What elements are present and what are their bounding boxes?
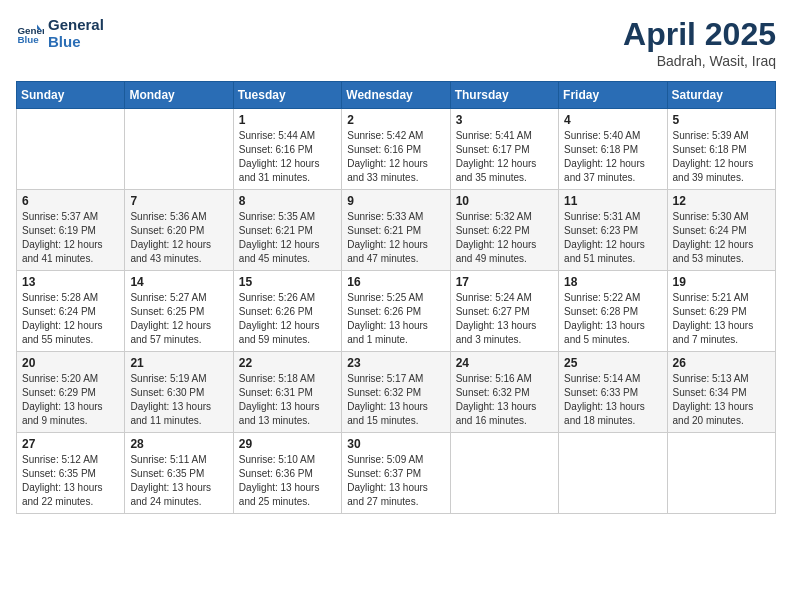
calendar-cell: 2Sunrise: 5:42 AM Sunset: 6:16 PM Daylig… (342, 109, 450, 190)
day-info: Sunrise: 5:40 AM Sunset: 6:18 PM Dayligh… (564, 129, 661, 185)
day-info: Sunrise: 5:39 AM Sunset: 6:18 PM Dayligh… (673, 129, 770, 185)
day-number: 15 (239, 275, 336, 289)
calendar-cell: 8Sunrise: 5:35 AM Sunset: 6:21 PM Daylig… (233, 190, 341, 271)
calendar-cell: 23Sunrise: 5:17 AM Sunset: 6:32 PM Dayli… (342, 352, 450, 433)
day-number: 29 (239, 437, 336, 451)
day-info: Sunrise: 5:26 AM Sunset: 6:26 PM Dayligh… (239, 291, 336, 347)
calendar-cell (125, 109, 233, 190)
day-number: 10 (456, 194, 553, 208)
calendar-cell: 9Sunrise: 5:33 AM Sunset: 6:21 PM Daylig… (342, 190, 450, 271)
day-number: 27 (22, 437, 119, 451)
day-info: Sunrise: 5:19 AM Sunset: 6:30 PM Dayligh… (130, 372, 227, 428)
calendar-cell: 10Sunrise: 5:32 AM Sunset: 6:22 PM Dayli… (450, 190, 558, 271)
day-header-thursday: Thursday (450, 82, 558, 109)
day-info: Sunrise: 5:16 AM Sunset: 6:32 PM Dayligh… (456, 372, 553, 428)
day-number: 2 (347, 113, 444, 127)
calendar-cell: 29Sunrise: 5:10 AM Sunset: 6:36 PM Dayli… (233, 433, 341, 514)
day-number: 22 (239, 356, 336, 370)
calendar-cell: 22Sunrise: 5:18 AM Sunset: 6:31 PM Dayli… (233, 352, 341, 433)
day-info: Sunrise: 5:13 AM Sunset: 6:34 PM Dayligh… (673, 372, 770, 428)
calendar-cell: 13Sunrise: 5:28 AM Sunset: 6:24 PM Dayli… (17, 271, 125, 352)
main-title: April 2025 (623, 16, 776, 53)
day-number: 11 (564, 194, 661, 208)
calendar-cell: 11Sunrise: 5:31 AM Sunset: 6:23 PM Dayli… (559, 190, 667, 271)
calendar-cell (667, 433, 775, 514)
calendar-cell: 14Sunrise: 5:27 AM Sunset: 6:25 PM Dayli… (125, 271, 233, 352)
day-info: Sunrise: 5:44 AM Sunset: 6:16 PM Dayligh… (239, 129, 336, 185)
day-number: 5 (673, 113, 770, 127)
calendar-cell: 1Sunrise: 5:44 AM Sunset: 6:16 PM Daylig… (233, 109, 341, 190)
day-info: Sunrise: 5:17 AM Sunset: 6:32 PM Dayligh… (347, 372, 444, 428)
svg-text:Blue: Blue (17, 34, 39, 45)
day-number: 18 (564, 275, 661, 289)
day-number: 12 (673, 194, 770, 208)
day-header-saturday: Saturday (667, 82, 775, 109)
calendar-cell: 26Sunrise: 5:13 AM Sunset: 6:34 PM Dayli… (667, 352, 775, 433)
week-row-1: 1Sunrise: 5:44 AM Sunset: 6:16 PM Daylig… (17, 109, 776, 190)
day-number: 3 (456, 113, 553, 127)
day-info: Sunrise: 5:21 AM Sunset: 6:29 PM Dayligh… (673, 291, 770, 347)
subtitle: Badrah, Wasit, Iraq (623, 53, 776, 69)
week-row-3: 13Sunrise: 5:28 AM Sunset: 6:24 PM Dayli… (17, 271, 776, 352)
day-info: Sunrise: 5:30 AM Sunset: 6:24 PM Dayligh… (673, 210, 770, 266)
calendar-cell: 5Sunrise: 5:39 AM Sunset: 6:18 PM Daylig… (667, 109, 775, 190)
day-info: Sunrise: 5:36 AM Sunset: 6:20 PM Dayligh… (130, 210, 227, 266)
calendar-cell: 27Sunrise: 5:12 AM Sunset: 6:35 PM Dayli… (17, 433, 125, 514)
calendar-cell (17, 109, 125, 190)
day-number: 13 (22, 275, 119, 289)
day-info: Sunrise: 5:22 AM Sunset: 6:28 PM Dayligh… (564, 291, 661, 347)
day-number: 26 (673, 356, 770, 370)
day-number: 7 (130, 194, 227, 208)
day-number: 14 (130, 275, 227, 289)
day-number: 25 (564, 356, 661, 370)
day-number: 19 (673, 275, 770, 289)
calendar-cell: 24Sunrise: 5:16 AM Sunset: 6:32 PM Dayli… (450, 352, 558, 433)
day-info: Sunrise: 5:20 AM Sunset: 6:29 PM Dayligh… (22, 372, 119, 428)
calendar-cell: 20Sunrise: 5:20 AM Sunset: 6:29 PM Dayli… (17, 352, 125, 433)
day-number: 24 (456, 356, 553, 370)
day-number: 30 (347, 437, 444, 451)
calendar-cell: 4Sunrise: 5:40 AM Sunset: 6:18 PM Daylig… (559, 109, 667, 190)
day-info: Sunrise: 5:24 AM Sunset: 6:27 PM Dayligh… (456, 291, 553, 347)
calendar-cell: 17Sunrise: 5:24 AM Sunset: 6:27 PM Dayli… (450, 271, 558, 352)
calendar-cell: 15Sunrise: 5:26 AM Sunset: 6:26 PM Dayli… (233, 271, 341, 352)
day-number: 9 (347, 194, 444, 208)
calendar-cell: 19Sunrise: 5:21 AM Sunset: 6:29 PM Dayli… (667, 271, 775, 352)
day-header-wednesday: Wednesday (342, 82, 450, 109)
logo-line1: General (48, 16, 104, 33)
day-info: Sunrise: 5:11 AM Sunset: 6:35 PM Dayligh… (130, 453, 227, 509)
days-header-row: SundayMondayTuesdayWednesdayThursdayFrid… (17, 82, 776, 109)
day-header-tuesday: Tuesday (233, 82, 341, 109)
day-header-sunday: Sunday (17, 82, 125, 109)
day-info: Sunrise: 5:41 AM Sunset: 6:17 PM Dayligh… (456, 129, 553, 185)
day-info: Sunrise: 5:09 AM Sunset: 6:37 PM Dayligh… (347, 453, 444, 509)
calendar-cell: 21Sunrise: 5:19 AM Sunset: 6:30 PM Dayli… (125, 352, 233, 433)
calendar-cell: 18Sunrise: 5:22 AM Sunset: 6:28 PM Dayli… (559, 271, 667, 352)
day-info: Sunrise: 5:25 AM Sunset: 6:26 PM Dayligh… (347, 291, 444, 347)
calendar-cell: 28Sunrise: 5:11 AM Sunset: 6:35 PM Dayli… (125, 433, 233, 514)
calendar-cell (450, 433, 558, 514)
calendar-cell: 7Sunrise: 5:36 AM Sunset: 6:20 PM Daylig… (125, 190, 233, 271)
week-row-5: 27Sunrise: 5:12 AM Sunset: 6:35 PM Dayli… (17, 433, 776, 514)
day-number: 23 (347, 356, 444, 370)
calendar-cell: 12Sunrise: 5:30 AM Sunset: 6:24 PM Dayli… (667, 190, 775, 271)
day-info: Sunrise: 5:10 AM Sunset: 6:36 PM Dayligh… (239, 453, 336, 509)
day-info: Sunrise: 5:18 AM Sunset: 6:31 PM Dayligh… (239, 372, 336, 428)
day-info: Sunrise: 5:33 AM Sunset: 6:21 PM Dayligh… (347, 210, 444, 266)
day-number: 4 (564, 113, 661, 127)
calendar: SundayMondayTuesdayWednesdayThursdayFrid… (16, 81, 776, 514)
logo-line2: Blue (48, 33, 104, 50)
day-info: Sunrise: 5:35 AM Sunset: 6:21 PM Dayligh… (239, 210, 336, 266)
day-number: 16 (347, 275, 444, 289)
day-info: Sunrise: 5:27 AM Sunset: 6:25 PM Dayligh… (130, 291, 227, 347)
day-info: Sunrise: 5:12 AM Sunset: 6:35 PM Dayligh… (22, 453, 119, 509)
day-number: 1 (239, 113, 336, 127)
day-header-friday: Friday (559, 82, 667, 109)
day-number: 28 (130, 437, 227, 451)
day-number: 8 (239, 194, 336, 208)
title-area: April 2025 Badrah, Wasit, Iraq (623, 16, 776, 69)
day-header-monday: Monday (125, 82, 233, 109)
calendar-cell: 16Sunrise: 5:25 AM Sunset: 6:26 PM Dayli… (342, 271, 450, 352)
day-number: 21 (130, 356, 227, 370)
week-row-4: 20Sunrise: 5:20 AM Sunset: 6:29 PM Dayli… (17, 352, 776, 433)
